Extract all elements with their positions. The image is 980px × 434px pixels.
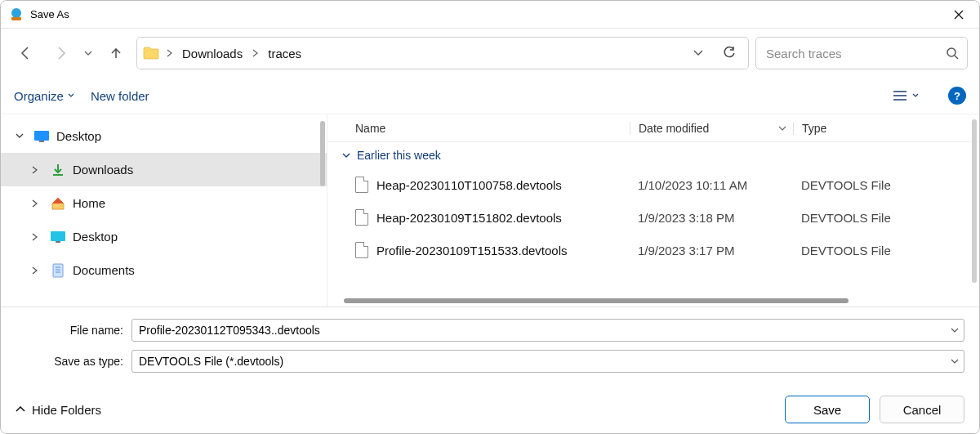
breadcrumb-item[interactable]: Downloads — [179, 43, 246, 64]
chevron-right-icon — [163, 49, 176, 57]
svg-point-0 — [11, 8, 21, 18]
list-view-icon — [893, 90, 907, 101]
nav-up-button[interactable] — [102, 39, 130, 67]
tree-item-label: Desktop — [73, 230, 118, 244]
svg-rect-4 — [39, 141, 44, 142]
file-row[interactable]: Profile-20230109T151533.devtools 1/9/202… — [327, 234, 979, 266]
tree-item-label: Desktop — [56, 129, 101, 143]
organize-menu[interactable]: Organize — [14, 89, 74, 103]
document-icon — [50, 262, 66, 279]
address-dropdown-button[interactable] — [684, 39, 712, 67]
tree-item-downloads[interactable]: Downloads — [1, 153, 327, 186]
save-button[interactable]: Save — [785, 396, 870, 423]
cancel-button[interactable]: Cancel — [880, 396, 964, 423]
file-name: Profile-20230109T151533.devtools — [376, 244, 568, 257]
file-date: 1/10/2023 10:11 AM — [630, 178, 793, 192]
dialog-footer: Hide Folders Save Cancel — [1, 386, 979, 433]
tree-item-label: Downloads — [73, 163, 133, 177]
file-group-header[interactable]: Earlier this week — [327, 142, 979, 168]
nav-row: Downloads traces — [1, 29, 979, 78]
tree-item-desktop-2[interactable]: Desktop — [1, 220, 327, 253]
svg-rect-6 — [56, 241, 60, 243]
file-list: Name Date modified Type Earlier this wee… — [327, 114, 979, 306]
search-icon — [946, 47, 959, 60]
file-row[interactable]: Heap-20230109T151802.devtools 1/9/2023 3… — [327, 201, 979, 234]
chevron-right-icon — [32, 199, 43, 208]
chevron-down-icon[interactable] — [951, 328, 959, 333]
chevron-down-icon — [68, 93, 74, 98]
hide-folders-button[interactable]: Hide Folders — [16, 403, 101, 417]
file-type: DEVTOOLS File — [793, 211, 979, 225]
refresh-button[interactable] — [715, 39, 743, 67]
nav-history-dropdown[interactable] — [81, 39, 96, 67]
tree-item-desktop[interactable]: Desktop — [1, 119, 327, 153]
save-type-select[interactable]: DEVTOOLS File (*.devtools) — [131, 350, 964, 373]
column-header-type[interactable]: Type — [793, 122, 979, 135]
search-box[interactable] — [755, 37, 968, 69]
tree-item-documents[interactable]: Documents — [1, 253, 327, 287]
folder-icon — [142, 44, 160, 62]
new-folder-button[interactable]: New folder — [91, 89, 149, 103]
save-as-dialog: Save As Downloads — [0, 0, 980, 434]
file-date: 1/9/2023 3:17 PM — [630, 244, 793, 257]
tree-item-label: Home — [73, 196, 105, 210]
chevron-down-icon — [16, 133, 27, 139]
file-icon — [355, 209, 368, 226]
column-header-row: Name Date modified Type — [327, 114, 979, 142]
chevron-right-icon — [32, 266, 43, 275]
save-type-label: Save as type: — [16, 355, 131, 368]
content-vscrollbar[interactable] — [972, 119, 977, 283]
app-icon — [9, 7, 24, 22]
window-title: Save As — [30, 8, 69, 20]
svg-rect-5 — [51, 231, 65, 241]
column-header-name[interactable]: Name — [327, 122, 630, 135]
save-form: File name: Profile-20230112T095343..devt… — [1, 306, 979, 386]
view-mode-button[interactable] — [893, 90, 919, 101]
chevron-down-icon — [912, 93, 919, 98]
chevron-right-icon — [249, 49, 261, 57]
chevron-down-icon — [342, 153, 350, 159]
sort-desc-icon — [778, 126, 786, 131]
titlebar: Save As — [1, 1, 979, 29]
file-name-input[interactable]: Profile-20230112T095343..devtools — [131, 319, 964, 342]
chevron-right-icon — [32, 233, 43, 241]
sidebar-scrollbar[interactable] — [320, 121, 325, 186]
download-icon — [50, 162, 66, 178]
home-icon — [50, 195, 66, 212]
content-hscrollbar[interactable] — [344, 298, 849, 303]
file-name: Heap-20230109T151802.devtools — [376, 211, 562, 225]
chevron-down-icon[interactable] — [951, 359, 959, 364]
file-icon — [355, 242, 368, 258]
main-area: Desktop Downloads Home — [1, 114, 979, 306]
column-header-date[interactable]: Date modified — [630, 122, 793, 135]
svg-rect-7 — [53, 264, 63, 277]
tree-item-label: Documents — [73, 263, 135, 277]
file-date: 1/9/2023 3:18 PM — [630, 211, 793, 225]
chevron-up-icon — [16, 406, 25, 413]
svg-rect-1 — [11, 17, 21, 20]
breadcrumb-item[interactable]: traces — [265, 43, 305, 64]
address-bar[interactable]: Downloads traces — [136, 37, 749, 69]
nav-back-button[interactable] — [12, 39, 40, 67]
file-name: Heap-20230110T100758.devtools — [376, 178, 562, 192]
svg-rect-3 — [34, 131, 49, 141]
file-row[interactable]: Heap-20230110T100758.devtools 1/10/2023 … — [327, 168, 979, 201]
help-button[interactable]: ? — [948, 87, 966, 105]
file-type: DEVTOOLS File — [793, 178, 979, 192]
toolbar: Organize New folder ? — [1, 78, 979, 114]
chevron-right-icon — [32, 166, 43, 174]
close-button[interactable] — [940, 1, 978, 29]
desktop-icon — [33, 128, 50, 145]
file-type: DEVTOOLS File — [793, 244, 979, 257]
tree-item-home[interactable]: Home — [1, 186, 327, 220]
folder-tree: Desktop Downloads Home — [1, 114, 327, 306]
desktop-icon — [50, 229, 66, 245]
nav-forward-button[interactable] — [47, 39, 74, 67]
file-name-label: File name: — [16, 324, 131, 337]
search-input[interactable] — [764, 46, 939, 61]
svg-point-2 — [947, 48, 956, 56]
file-icon — [355, 177, 368, 193]
